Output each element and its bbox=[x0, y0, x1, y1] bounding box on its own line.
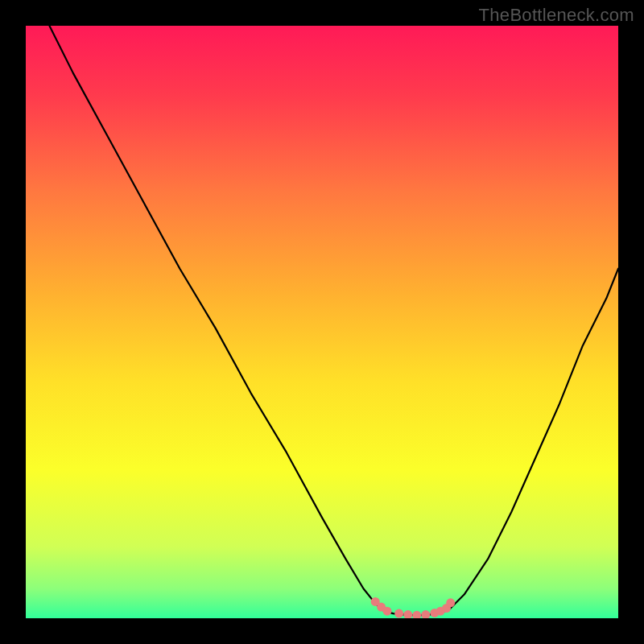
chart-background bbox=[26, 26, 618, 618]
chart-svg bbox=[26, 26, 618, 618]
chart-plot-area bbox=[26, 26, 618, 618]
marker-point bbox=[382, 607, 391, 616]
marker-point bbox=[394, 609, 403, 618]
watermark-text: TheBottleneck.com bbox=[479, 5, 634, 26]
marker-point bbox=[446, 598, 455, 607]
